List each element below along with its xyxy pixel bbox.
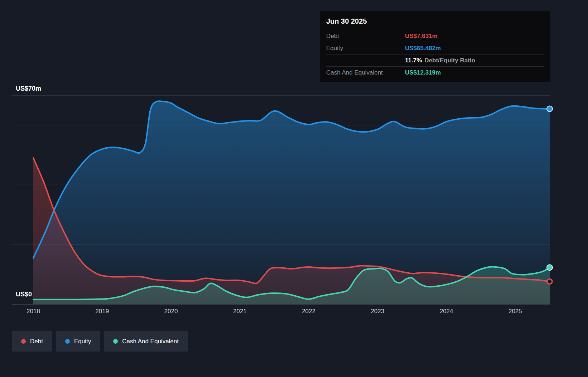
chart-tooltip: Jun 30 2025 Debt US$7.631m Equity US$65.…: [320, 11, 550, 82]
tooltip-row-equity: Equity US$65.482m: [326, 42, 544, 54]
x-tick-label: 2024: [430, 308, 463, 315]
tooltip-equity-label: Equity: [326, 45, 405, 52]
tooltip-debt-value: US$7.631m: [405, 33, 544, 40]
legend-item-debt[interactable]: Debt: [12, 331, 52, 352]
x-tick-label: 2021: [224, 308, 256, 315]
debt-to-equity-history-panel: Jun 30 2025 Debt US$7.631m Equity US$65.…: [0, 0, 588, 377]
tooltip-equity-value: US$65.482m: [405, 45, 544, 52]
tooltip-row-ratio: 11.7%Debt/Equity Ratio: [326, 54, 544, 66]
x-tick-label: 2025: [499, 308, 531, 315]
tooltip-date: Jun 30 2025: [326, 15, 544, 30]
legend-debt-label: Debt: [30, 338, 43, 345]
tooltip-cash-label: Cash And Equivalent: [326, 69, 405, 76]
x-tick-label: 2023: [361, 308, 394, 315]
equity-legend-dot-icon: [65, 339, 70, 344]
legend-equity-label: Equity: [74, 338, 91, 345]
tooltip-cash-value: US$12.319m: [405, 69, 544, 76]
x-tick-label: 2020: [155, 308, 187, 315]
cash-legend-dot-icon: [113, 339, 118, 344]
tooltip-row-cash: Cash And Equivalent US$12.319m: [326, 66, 544, 78]
tooltip-row-debt: Debt US$7.631m: [326, 30, 544, 42]
x-tick-label: 2018: [17, 308, 49, 315]
y-axis-top-label: US$70m: [16, 85, 41, 92]
x-tick-label: 2019: [86, 308, 118, 315]
debt-legend-dot-icon: [21, 339, 26, 344]
legend-item-equity[interactable]: Equity: [56, 331, 100, 352]
legend: Debt Equity Cash And Equivalent: [12, 331, 188, 352]
debt-equity-ratio-label: Debt/Equity Ratio: [424, 57, 475, 64]
legend-cash-label: Cash And Equivalent: [122, 338, 179, 345]
y-axis-bottom-label: US$0: [16, 291, 32, 298]
debt-equity-ratio-percent: 11.7%: [405, 57, 422, 64]
tooltip-ratio-value: 11.7%Debt/Equity Ratio: [405, 57, 544, 64]
tooltip-debt-label: Debt: [326, 33, 405, 40]
x-tick-label: 2022: [293, 308, 325, 315]
legend-item-cash[interactable]: Cash And Equivalent: [104, 331, 188, 352]
